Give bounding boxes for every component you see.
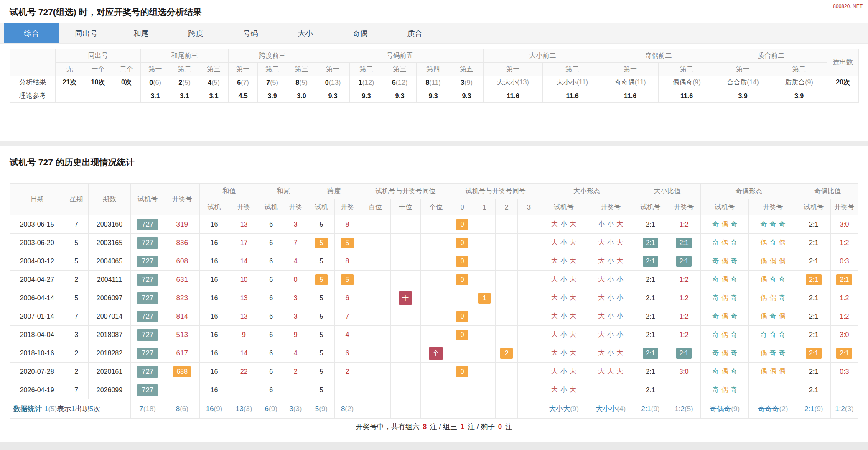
cell-tongwei-1 [390, 271, 420, 289]
highlight-badge: 2:1 [836, 274, 852, 285]
analysis-count: (11) [577, 79, 588, 86]
analysis-value: 6 [392, 79, 396, 86]
analysis-value: 10次 [91, 79, 105, 86]
cell-hewei-kai: 3 [283, 289, 308, 307]
cell-date: 2003-06-15 [10, 215, 64, 234]
cell-tongwei-2 [420, 215, 451, 234]
ratio-value: 1:2 [840, 294, 849, 302]
stat-value: 6 [265, 405, 269, 413]
stat-count: (9) [319, 405, 328, 413]
analysis-count: (11) [429, 79, 440, 86]
shiji-badge: 727 [137, 219, 158, 230]
col-header: 试机 [199, 199, 229, 215]
cell-tonghao-1 [473, 326, 496, 344]
cell-kuadu-shiji: 5 [308, 381, 335, 399]
cell-kuadu-shiji: 5 [308, 271, 335, 289]
cell-jiou-shiji: 奇偶奇 [701, 307, 749, 326]
tab-item-0[interactable]: 综合 [4, 23, 59, 43]
cell-shiji: 727 [130, 234, 165, 252]
cell [84, 89, 112, 103]
cell-daxiaobi-shiji: 2:1 [634, 234, 667, 252]
cell-tonghao-1: 1 [473, 289, 496, 307]
form-char: 大 [598, 331, 605, 338]
col-header: 试机号 [540, 199, 588, 215]
cell-tonghao-3 [518, 289, 540, 307]
ratio-value: 2:1 [646, 313, 655, 320]
samecount-badge: 0 [456, 219, 468, 230]
cell-hezhi-kai: 13 [229, 307, 259, 326]
col-header: 第四 [417, 63, 450, 76]
col-header: 开奖号 [749, 199, 797, 215]
shiji-badge: 727 [137, 311, 158, 322]
col-header: 第一 [229, 63, 258, 76]
col-header: 第一 [316, 63, 350, 76]
tab-item-7[interactable]: 质合 [387, 23, 442, 43]
group-header: 号码前五 [316, 49, 484, 63]
tab-item-3[interactable]: 跨度 [168, 23, 223, 43]
cell: 11.6 [543, 89, 602, 103]
tab-item-4[interactable]: 号码 [223, 23, 278, 43]
analysis-value: 8 [425, 79, 429, 86]
form-char: 偶 [721, 331, 728, 338]
analysis-count: (5) [211, 79, 220, 86]
form-char: 小 [607, 276, 614, 283]
cell-hezhi-kai: 14 [229, 252, 259, 271]
stats-note: 1 [71, 405, 75, 413]
cell-tonghao-3 [518, 271, 540, 289]
tab-item-5[interactable]: 大小 [278, 23, 333, 43]
stat-count: (9) [731, 405, 740, 413]
form-char: 小 [560, 276, 567, 283]
group-header: 质合前二 [715, 49, 827, 63]
analysis-value: 4 [208, 79, 211, 86]
cell-week: 5 [64, 234, 89, 252]
cell-tonghao-1 [473, 363, 496, 381]
analysis-count: (12) [362, 79, 374, 86]
cell-tongwei-0 [360, 215, 390, 234]
analysis-value: 9.3 [395, 92, 404, 100]
form-char: 小 [607, 294, 614, 301]
analysis-count: (9) [692, 79, 701, 86]
form-char: 小 [560, 239, 567, 246]
cell-issue: 2007014 [89, 307, 130, 326]
form-char: 奇 [779, 349, 785, 356]
cell: 2(5) [170, 76, 199, 89]
cell: 6(12) [383, 76, 417, 89]
tab-item-1[interactable]: 同出号 [59, 23, 114, 43]
analysis-value: 3.1 [150, 92, 160, 100]
form-char: 大 [616, 220, 623, 228]
cell-daxiao-kai: 大小小 [588, 307, 634, 326]
cell-shiji: 727 [130, 363, 165, 381]
form-char: 小 [560, 349, 567, 356]
cell-tonghao-2 [496, 381, 518, 399]
history-table: 日期星期期数试机号开奖号和值和尾跨度试机号与开奖号同位试机号与开奖号同号大小形态… [10, 183, 858, 435]
highlight-badge: 2:1 [643, 238, 658, 248]
stat-value: 16 [206, 405, 214, 413]
form-char: 奇 [712, 312, 719, 320]
analysis-value: 1 [359, 79, 362, 86]
stats-title: 数据统计 [13, 405, 42, 413]
cell-daxiaobi-kai: 2:1 [667, 344, 700, 363]
stat-count: (9) [815, 405, 823, 413]
cell-jioubi-kai: 0:3 [830, 363, 858, 381]
cell-stats-empty [360, 399, 390, 419]
tab-item-6[interactable]: 奇偶 [333, 23, 387, 43]
analysis-value: 大小小 [557, 79, 577, 86]
cell-hezhi-shiji: 16 [199, 381, 229, 399]
stat-count: (9) [214, 405, 222, 413]
stat-count: (3) [845, 405, 854, 413]
summary-text: 注 [503, 423, 512, 431]
highlight-badge: 2:1 [676, 256, 691, 267]
cell-tongwei-2 [420, 363, 451, 381]
form-char: 大 [551, 312, 558, 320]
tab-item-2[interactable]: 和尾 [114, 23, 168, 43]
cell-week: 5 [64, 252, 89, 271]
analysis-count: (5) [299, 79, 308, 86]
form-char: 奇 [712, 386, 719, 393]
ratio-value: 2:1 [646, 221, 655, 228]
form-char: 偶 [721, 386, 728, 393]
cell-shiji: 727 [130, 271, 165, 289]
cell-stats-empty [451, 399, 473, 419]
col-header: 开奖号 [588, 199, 634, 215]
group-header: 跨度 [308, 184, 360, 199]
cell-tongwei-2 [420, 307, 451, 326]
